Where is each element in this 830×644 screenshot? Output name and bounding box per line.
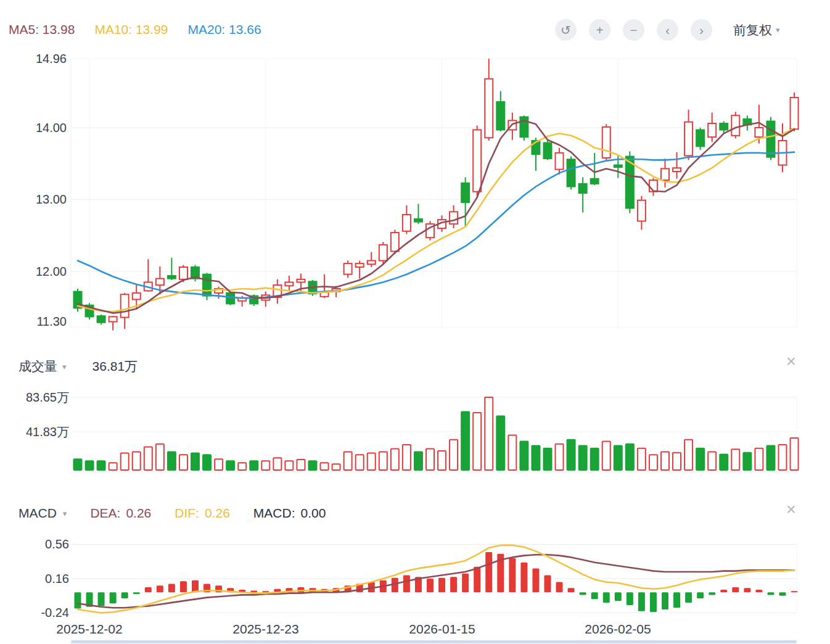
ma-legend: MA5: 13.98 MA10: 13.99 MA20: 13.66 [9,22,261,37]
macd-value: 0.00 [300,506,326,521]
date-tick: 2025-12-23 [232,622,298,637]
chart-canvas[interactable] [0,0,830,644]
chart-toolbar: ↺ + − ‹ › 前复权 ▾ [555,19,780,41]
ma10-legend: MA10: 13.99 [94,22,168,37]
dea-label: DEA: [90,506,120,521]
undo-icon: ↺ [561,24,571,36]
adjust-type-label: 前复权 [733,22,772,39]
price-tick: 12.00 [0,265,67,279]
dif-value: 0.26 [205,506,230,521]
date-tick: 2026-01-15 [409,622,475,637]
kline-chart-app: MA5: 13.98 MA10: 13.99 MA20: 13.66 ↺ + −… [0,0,830,644]
macd-close-icon[interactable]: × [782,501,800,519]
chevron-down-icon[interactable]: ▾ [63,509,67,518]
volume-title[interactable]: 成交量 [18,358,57,375]
macd-value-label: MACD: [253,506,295,521]
volume-current-value: 36.81万 [92,358,138,375]
macd-tick: -0.24 [0,606,69,620]
chevron-right-icon: › [699,24,704,36]
volume-tick: 41.83万 [0,424,69,440]
chevron-left-icon: ‹ [665,24,670,36]
pan-right-button[interactable]: › [691,19,712,41]
dea-value: 0.26 [126,506,151,521]
date-tick: 2025-12-02 [56,622,122,637]
undo-button[interactable]: ↺ [555,19,577,41]
zoom-in-button[interactable]: + [589,19,610,41]
macd-title[interactable]: MACD [18,506,57,521]
volume-close-icon[interactable]: × [782,353,800,371]
minus-icon: − [630,24,638,36]
price-tick: 14.96 [0,52,67,66]
price-tick: 14.00 [0,121,67,135]
pan-left-button[interactable]: ‹ [657,19,678,41]
chevron-down-icon: ▾ [776,25,780,35]
scrollbar[interactable] [71,640,797,643]
adjust-type-dropdown[interactable]: 前复权 ▾ [733,22,780,39]
price-tick: 13.00 [0,192,67,207]
chevron-down-icon[interactable]: ▾ [62,362,67,371]
price-tick: 11.30 [0,315,67,329]
ma20-legend: MA20: 13.66 [188,22,261,37]
macd-panel-header: MACD ▾ DEA: 0.26 DIF: 0.26 MACD: 0.00 [18,506,326,521]
date-tick: 2026-02-05 [585,622,651,637]
zoom-out-button[interactable]: − [623,19,644,41]
macd-tick: 0.56 [0,537,69,551]
ma5-legend: MA5: 13.98 [9,22,75,37]
macd-tick: 0.16 [0,572,69,586]
plus-icon: + [596,24,604,36]
volume-panel-header: 成交量 ▾ 36.81万 [18,358,138,375]
dif-label: DIF: [175,506,199,521]
volume-tick: 83.65万 [0,389,69,406]
